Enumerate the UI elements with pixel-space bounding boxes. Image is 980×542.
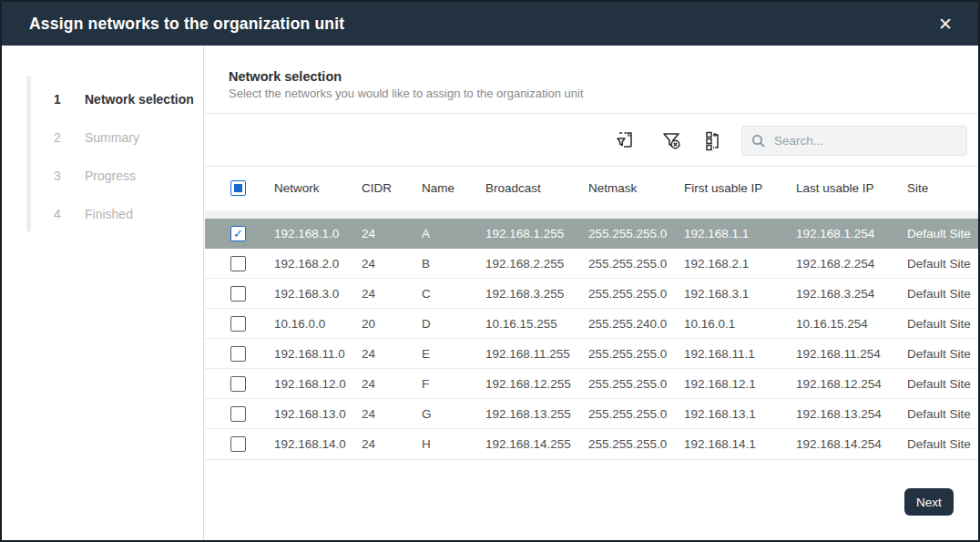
cell-site: Default Site xyxy=(907,377,978,391)
cell-broadcast: 10.16.15.255 xyxy=(485,317,588,331)
column-header-netmask[interactable]: Netmask xyxy=(588,181,684,195)
step-network-selection[interactable]: 1 Network selection xyxy=(52,89,194,109)
cell-name: E xyxy=(422,347,485,361)
column-header-cidr[interactable]: CIDR xyxy=(362,181,422,195)
table-row[interactable]: 192.168.1.0 24 A 192.168.1.255 255.255.2… xyxy=(205,219,978,249)
row-checkbox[interactable] xyxy=(230,436,246,452)
cell-site: Default Site xyxy=(907,317,978,331)
divider xyxy=(205,459,978,460)
cell-cidr: 24 xyxy=(362,407,422,421)
step-progress-track xyxy=(26,77,31,231)
cell-name: D xyxy=(422,317,485,331)
table-row[interactable]: 192.168.2.0 24 B 192.168.2.255 255.255.2… xyxy=(205,249,978,279)
cell-site: Default Site xyxy=(907,287,978,301)
column-header-broadcast[interactable]: Broadcast xyxy=(485,181,588,195)
cell-first-usable-ip: 192.168.11.1 xyxy=(684,347,796,361)
cell-last-usable-ip: 10.16.15.254 xyxy=(796,317,907,331)
cell-cidr: 20 xyxy=(362,317,422,331)
cell-broadcast: 192.168.13.255 xyxy=(485,407,588,421)
cell-name: F xyxy=(422,377,485,391)
row-checkbox[interactable] xyxy=(230,316,246,332)
table-row[interactable]: 192.168.12.0 24 F 192.168.12.255 255.255… xyxy=(205,369,978,399)
networks-table: Network CIDR Name Broadcast Netmask Firs… xyxy=(205,166,978,460)
cell-netmask: 255.255.240.0 xyxy=(588,317,684,331)
step-label: Finished xyxy=(85,204,133,224)
cell-broadcast: 192.168.14.255 xyxy=(485,437,588,451)
cell-netmask: 255.255.255.0 xyxy=(588,257,684,271)
cell-network: 192.168.1.0 xyxy=(274,227,362,240)
step-summary[interactable]: 2 Summary xyxy=(52,128,139,148)
header-spacer xyxy=(205,210,978,219)
cell-netmask: 255.255.255.0 xyxy=(588,437,684,451)
column-header-network[interactable]: Network xyxy=(274,181,362,195)
step-number: 2 xyxy=(52,128,63,148)
table-row[interactable]: 192.168.11.0 24 E 192.168.11.255 255.255… xyxy=(205,339,978,369)
row-checkbox[interactable] xyxy=(230,226,246,241)
cell-first-usable-ip: 192.168.2.1 xyxy=(684,257,796,271)
cell-network: 192.168.13.0 xyxy=(274,407,362,421)
table-row[interactable]: 192.168.14.0 24 H 192.168.14.255 255.255… xyxy=(205,429,978,459)
cell-cidr: 24 xyxy=(362,257,422,271)
row-checkbox[interactable] xyxy=(230,406,246,422)
cell-first-usable-ip: 192.168.12.1 xyxy=(684,377,796,391)
cell-broadcast: 192.168.3.255 xyxy=(485,287,588,301)
row-checkbox[interactable] xyxy=(230,286,246,302)
grid-toolbar xyxy=(205,114,978,166)
cell-network: 192.168.3.0 xyxy=(274,287,362,301)
dialog-titlebar: Assign networks to the organization unit… xyxy=(2,2,978,46)
step-finished[interactable]: 4 Finished xyxy=(52,204,133,224)
filter-document-icon[interactable] xyxy=(611,127,638,154)
table-row[interactable]: 10.16.0.0 20 D 10.16.15.255 255.255.240.… xyxy=(205,309,978,339)
cell-broadcast: 192.168.1.255 xyxy=(485,227,588,240)
cell-last-usable-ip: 192.168.1.254 xyxy=(796,227,907,240)
search-input[interactable] xyxy=(774,134,957,148)
column-header-first-usable-ip[interactable]: First usable IP xyxy=(684,181,796,195)
next-button[interactable]: Next xyxy=(904,488,954,516)
step-number: 1 xyxy=(52,89,63,109)
cell-last-usable-ip: 192.168.12.254 xyxy=(796,377,907,391)
step-progress[interactable]: 3 Progress xyxy=(52,166,136,186)
cell-site: Default Site xyxy=(907,257,978,271)
cell-name: H xyxy=(422,437,485,451)
table-row[interactable]: 192.168.13.0 24 G 192.168.13.255 255.255… xyxy=(205,399,978,429)
cell-broadcast: 192.168.12.255 xyxy=(485,377,588,391)
cell-last-usable-ip: 192.168.14.254 xyxy=(796,437,907,451)
cell-first-usable-ip: 192.168.1.1 xyxy=(684,227,796,240)
clear-filter-icon[interactable] xyxy=(658,127,685,154)
row-checkbox[interactable] xyxy=(230,376,246,392)
cell-last-usable-ip: 192.168.13.254 xyxy=(796,407,907,421)
cell-first-usable-ip: 192.168.14.1 xyxy=(684,437,796,451)
cell-name: A xyxy=(422,227,485,240)
cell-name: C xyxy=(422,287,485,301)
column-header-name[interactable]: Name xyxy=(422,181,485,195)
wizard-steps-sidebar: 1 Network selection 2 Summary 3 Progress… xyxy=(2,46,204,540)
dialog-title: Assign networks to the organization unit xyxy=(29,15,344,34)
table-row[interactable]: 192.168.3.0 24 C 192.168.3.255 255.255.2… xyxy=(205,279,978,309)
wizard-page-content: Network selection Select the networks yo… xyxy=(205,46,978,540)
cell-broadcast: 192.168.11.255 xyxy=(485,347,588,361)
step-number: 3 xyxy=(52,166,63,186)
cell-netmask: 255.255.255.0 xyxy=(588,287,684,301)
cell-last-usable-ip: 192.168.3.254 xyxy=(796,287,907,301)
step-label: Summary xyxy=(85,128,139,148)
search-field xyxy=(741,126,967,156)
close-icon[interactable]: ✕ xyxy=(933,12,958,36)
cell-site: Default Site xyxy=(907,407,978,421)
cell-network: 192.168.11.0 xyxy=(274,347,362,361)
cell-netmask: 255.255.255.0 xyxy=(588,227,684,240)
row-checkbox[interactable] xyxy=(230,346,246,362)
cell-site: Default Site xyxy=(907,227,978,240)
cell-network: 192.168.12.0 xyxy=(274,377,362,391)
step-label: Progress xyxy=(85,166,136,186)
select-all-checkbox[interactable] xyxy=(230,180,246,196)
cell-cidr: 24 xyxy=(362,437,422,451)
multi-select-icon[interactable] xyxy=(699,127,727,154)
cell-site: Default Site xyxy=(907,347,978,361)
cell-network: 10.16.0.0 xyxy=(274,317,362,331)
page-subtitle: Select the networks you would like to as… xyxy=(229,87,978,100)
cell-cidr: 24 xyxy=(362,227,422,240)
row-checkbox[interactable] xyxy=(230,256,246,271)
column-header-site[interactable]: Site xyxy=(907,181,978,195)
column-header-last-usable-ip[interactable]: Last usable IP xyxy=(796,181,907,195)
cell-broadcast: 192.168.2.255 xyxy=(485,257,588,271)
